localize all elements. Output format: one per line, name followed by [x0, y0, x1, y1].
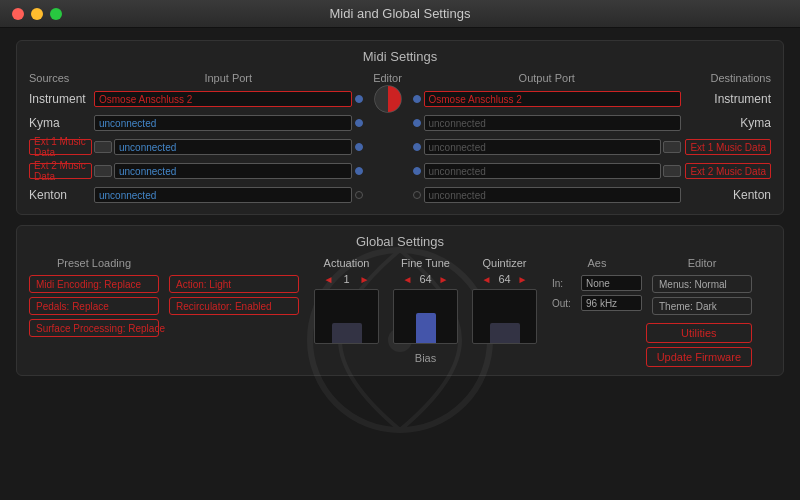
sources-header: Sources: [29, 72, 94, 84]
actuation-control: ◄ 1 ►: [324, 273, 370, 285]
table-row: Ext 2 Music Data unconnected unconnected…: [29, 160, 771, 182]
ext2-source-box[interactable]: Ext 2 Music Data: [29, 163, 92, 179]
input-field-kyma[interactable]: unconnected: [94, 112, 363, 134]
utilities-button[interactable]: Utilities: [646, 323, 752, 343]
update-firmware-button[interactable]: Update Firmware: [646, 347, 752, 367]
action-button[interactable]: Action: Light: [169, 275, 299, 293]
quintizer-box: [472, 289, 537, 344]
editor-center-5: [363, 184, 413, 206]
destination-ext2: Ext 2 Music Data: [681, 160, 771, 182]
global-top-row: Preset Loading Midi Encoding: Replace Pe…: [29, 257, 771, 367]
slider-ext1-out[interactable]: [663, 141, 681, 153]
title-bar: Midi and Global Settings: [0, 0, 800, 28]
pedals-button[interactable]: Pedals: Replace: [29, 297, 159, 315]
aes-out-row: Out: 96 kHz: [552, 295, 642, 311]
destination-kyma: Kyma: [681, 112, 771, 134]
dot: [355, 95, 363, 103]
dot-out: [413, 95, 421, 103]
actuation-label: Actuation: [324, 257, 370, 269]
fine-tune-down-arrow[interactable]: ◄: [403, 274, 413, 285]
dot: [355, 191, 363, 199]
dot: [355, 143, 363, 151]
window-title: Midi and Global Settings: [330, 6, 471, 21]
actuation-down-arrow[interactable]: ◄: [324, 274, 334, 285]
slider-ext2-out[interactable]: [663, 165, 681, 177]
quintizer-control: ◄ 64 ►: [482, 273, 528, 285]
table-row: Ext 1 Music Data unconnected unconnected…: [29, 136, 771, 158]
quintizer-up-arrow[interactable]: ►: [518, 274, 528, 285]
destinations-header: Destinations: [681, 72, 771, 84]
maximize-button[interactable]: [50, 8, 62, 20]
actuation-value: 1: [337, 273, 357, 285]
source-label-kyma: Kyma: [29, 112, 94, 134]
dot-out: [413, 191, 421, 199]
fine-tune-spinner: Fine Tune ◄ 64 ► Bias: [388, 257, 463, 364]
window-controls: [12, 8, 62, 20]
input-field-ext1[interactable]: unconnected: [94, 136, 363, 158]
quintizer-box-inner: [490, 323, 520, 343]
surface-processing-button[interactable]: Surface Processing: Replace: [29, 319, 159, 337]
aes-out-label: Out:: [552, 298, 577, 309]
quintizer-down-arrow[interactable]: ◄: [482, 274, 492, 285]
source-label-instrument: Instrument: [29, 88, 94, 110]
output-field-ext2[interactable]: unconnected: [413, 160, 682, 182]
fine-tune-indicator: [416, 313, 436, 343]
recirculator-button[interactable]: Recirculator: Enabled: [169, 297, 299, 315]
fine-tune-label: Fine Tune: [401, 257, 450, 269]
theme-button[interactable]: Theme: Dark: [652, 297, 752, 315]
output-field-kyma[interactable]: unconnected: [413, 112, 682, 134]
slider-ext1[interactable]: [94, 141, 112, 153]
fine-tune-up-arrow[interactable]: ►: [439, 274, 449, 285]
dot-out: [413, 119, 421, 127]
dot-out: [413, 143, 421, 151]
dot: [355, 119, 363, 127]
input-field-ext2[interactable]: unconnected: [94, 160, 363, 182]
actuation-box-inner: [332, 323, 362, 343]
ext1-source-box[interactable]: Ext 1 Music Data: [29, 139, 92, 155]
spinners-group: Actuation ◄ 1 ► Fine Tune ◄ 64: [309, 257, 542, 364]
editor-label: Editor: [652, 257, 752, 269]
quintizer-spinner: Quintizer ◄ 64 ►: [467, 257, 542, 364]
close-button[interactable]: [12, 8, 24, 20]
midi-settings-section: Midi Settings Sources Input Port Editor …: [16, 40, 784, 215]
global-settings-section: Global Settings Preset Loading Midi Enco…: [16, 225, 784, 376]
aes-in-field[interactable]: None: [581, 275, 642, 291]
actuation-up-arrow[interactable]: ►: [360, 274, 370, 285]
half-circle-icon: [372, 83, 404, 115]
fine-tune-value: 64: [416, 273, 436, 285]
actuation-box: [314, 289, 379, 344]
table-row: Kyma unconnected unconnected Kyma: [29, 112, 771, 134]
input-field-instrument[interactable]: Osmose Anschluss 2: [94, 88, 363, 110]
editor-center-3: [363, 136, 413, 158]
output-field-kenton[interactable]: unconnected: [413, 184, 682, 206]
destination-instrument: Instrument: [681, 88, 771, 110]
aes-out-field[interactable]: 96 kHz: [581, 295, 642, 311]
dot: [355, 167, 363, 175]
main-content: Midi Settings Sources Input Port Editor …: [0, 28, 800, 500]
output-port-header: Output Port: [413, 72, 682, 84]
quintizer-label: Quintizer: [482, 257, 526, 269]
utilities-col: Utilities Update Firmware: [646, 323, 752, 367]
editor-col: Editor Menus: Normal Theme: Dark Utiliti…: [652, 257, 752, 367]
table-row: Kenton unconnected unconnected Kenton: [29, 184, 771, 206]
menus-button[interactable]: Menus: Normal: [652, 275, 752, 293]
output-field-instrument[interactable]: Osmose Anschluss 2: [413, 88, 682, 110]
midi-encoding-button[interactable]: Midi Encoding: Replace: [29, 275, 159, 293]
source-label-kenton: Kenton: [29, 184, 94, 206]
minimize-button[interactable]: [31, 8, 43, 20]
fine-tune-control: ◄ 64 ►: [403, 273, 449, 285]
editor-center-4: [363, 160, 413, 182]
fine-tune-box: [393, 289, 458, 344]
ext2-dest-box: Ext 2 Music Data: [685, 163, 771, 179]
quintizer-value: 64: [495, 273, 515, 285]
slider-ext2[interactable]: [94, 165, 112, 177]
input-port-header: Input Port: [94, 72, 363, 84]
preset-loading-col: Preset Loading Midi Encoding: Replace Pe…: [29, 257, 159, 337]
input-field-kenton[interactable]: unconnected: [94, 184, 363, 206]
midi-settings-header: Midi Settings: [29, 49, 771, 64]
global-settings-header: Global Settings: [29, 234, 771, 249]
table-row: Instrument Osmose Anschluss 2 Osmose Ans…: [29, 88, 771, 110]
editor-center-1: [363, 88, 413, 110]
output-field-ext1[interactable]: unconnected: [413, 136, 682, 158]
actuation-spinner: Actuation ◄ 1 ►: [309, 257, 384, 364]
